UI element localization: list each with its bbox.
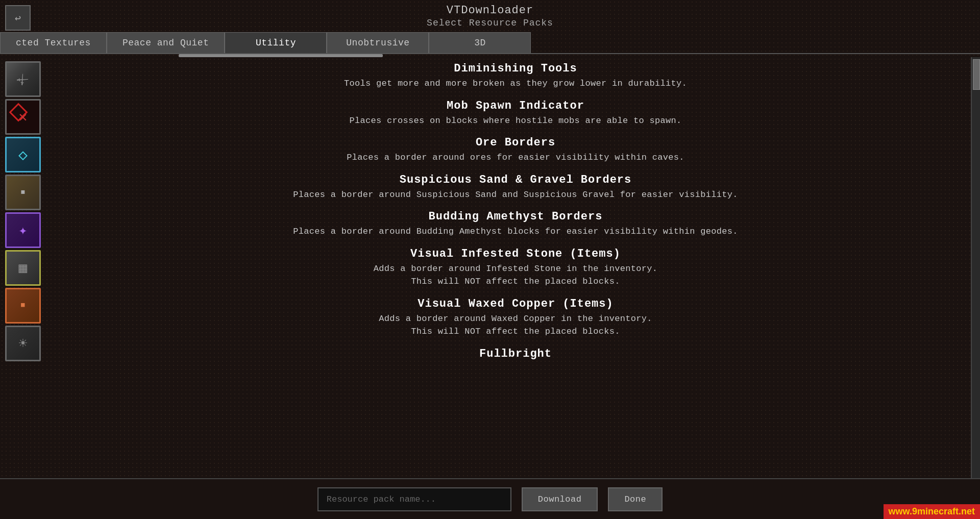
app-subtitle: Select Resource Packs: [427, 18, 553, 28]
watermark-prefix: www.: [889, 506, 912, 516]
tab-peace-and-quiet[interactable]: Peace and Quiet: [107, 32, 225, 53]
sidebar-icon-sand[interactable]: [5, 175, 41, 210]
sidebar-icon-mob[interactable]: [5, 99, 41, 135]
pack-item-ore-borders: Ore Borders Places a border around ores …: [66, 136, 965, 164]
search-input[interactable]: [317, 487, 511, 511]
pack-item-mob-spawn: Mob Spawn Indicator Places crosses on bl…: [66, 100, 965, 128]
sidebar-icon-amethyst[interactable]: [5, 212, 41, 248]
tab-3d[interactable]: 3D: [429, 32, 531, 53]
pack-item-suspicious-sand: Suspicious Sand & Gravel Borders Places …: [66, 174, 965, 202]
sidebar-icon-copper[interactable]: [5, 288, 41, 324]
top-bar: VTDownloader Select Resource Packs: [0, 0, 980, 28]
back-button[interactable]: ↩: [5, 5, 31, 31]
pack-desc-diminishing-tools: Tools get more and more broken as they g…: [66, 77, 965, 90]
pack-desc-suspicious-sand: Places a border around Suspicious Sand a…: [66, 188, 965, 202]
tabs-container: cted Textures Peace and Quiet Utility Un…: [0, 32, 980, 54]
tab-unobtrusive[interactable]: Unobtrusive: [327, 32, 429, 53]
watermark: www.9minecraft.net: [884, 504, 980, 519]
pack-item-budding-amethyst: Budding Amethyst Borders Places a border…: [66, 210, 965, 238]
done-button[interactable]: Done: [608, 487, 663, 511]
pack-desc-mob-spawn: Places crosses on blocks where hostile m…: [66, 114, 965, 128]
main-content[interactable]: Diminishing Tools Tools get more and mor…: [51, 57, 980, 484]
pack-title-mob-spawn: Mob Spawn Indicator: [66, 100, 965, 112]
pack-item-visual-infested: Visual Infested Stone (Items) Adds a bor…: [66, 248, 965, 288]
pack-desc-visual-waxed: Adds a border around Waxed Copper in the…: [66, 312, 965, 338]
pack-title-visual-infested: Visual Infested Stone (Items): [66, 248, 965, 260]
pack-item-fullbright: Fullbright: [66, 348, 965, 360]
pack-title-diminishing-tools: Diminishing Tools: [66, 62, 965, 75]
pack-title-visual-waxed: Visual Waxed Copper (Items): [66, 298, 965, 310]
pack-title-budding-amethyst: Budding Amethyst Borders: [66, 210, 965, 223]
scrollbar-right[interactable]: [971, 57, 980, 484]
watermark-name: 9minecraft: [912, 506, 959, 516]
pack-desc-ore-borders: Places a border around ores for easier v…: [66, 151, 965, 164]
pack-item-visual-waxed: Visual Waxed Copper (Items) Adds a borde…: [66, 298, 965, 338]
sidebar-icon-ore[interactable]: [5, 137, 41, 172]
sidebar-icon-sword[interactable]: [5, 61, 41, 97]
back-icon: ↩: [15, 12, 21, 24]
tab-utility[interactable]: Utility: [225, 32, 327, 53]
app-title: VTDownloader: [447, 4, 533, 17]
sidebar-icon-stone[interactable]: [5, 250, 41, 286]
sidebar: [0, 57, 51, 484]
pack-title-ore-borders: Ore Borders: [66, 136, 965, 149]
scrollbar-thumb[interactable]: [973, 59, 980, 90]
pack-title-suspicious-sand: Suspicious Sand & Gravel Borders: [66, 174, 965, 186]
bottom-bar: Download Done: [0, 478, 980, 519]
sidebar-icon-fullbright[interactable]: [5, 326, 41, 361]
watermark-suffix: .net: [959, 506, 975, 516]
pack-desc-visual-infested: Adds a border around Infested Stone in t…: [66, 262, 965, 288]
pack-item-diminishing-tools: Diminishing Tools Tools get more and mor…: [66, 62, 965, 90]
pack-desc-budding-amethyst: Places a border around Budding Amethyst …: [66, 225, 965, 238]
pack-title-fullbright: Fullbright: [66, 348, 965, 360]
content-area: Diminishing Tools Tools get more and mor…: [0, 57, 980, 484]
download-button[interactable]: Download: [522, 487, 598, 511]
tab-connected-textures[interactable]: cted Textures: [0, 32, 107, 53]
